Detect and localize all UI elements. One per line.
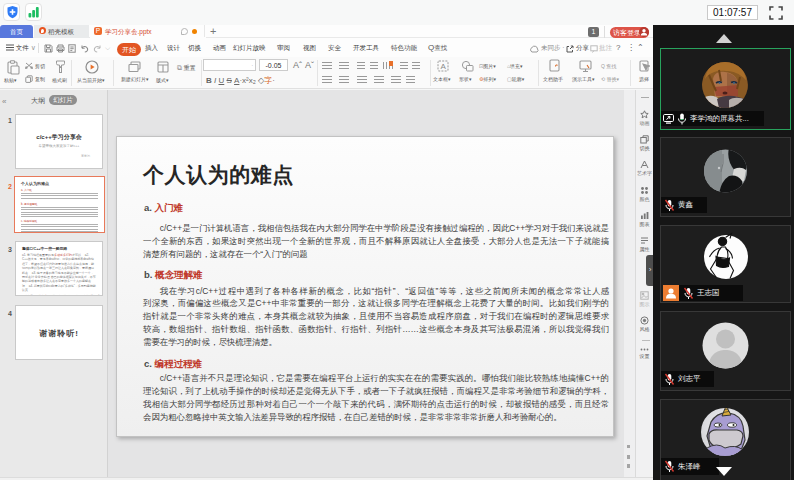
- svg-text:A: A: [440, 62, 446, 71]
